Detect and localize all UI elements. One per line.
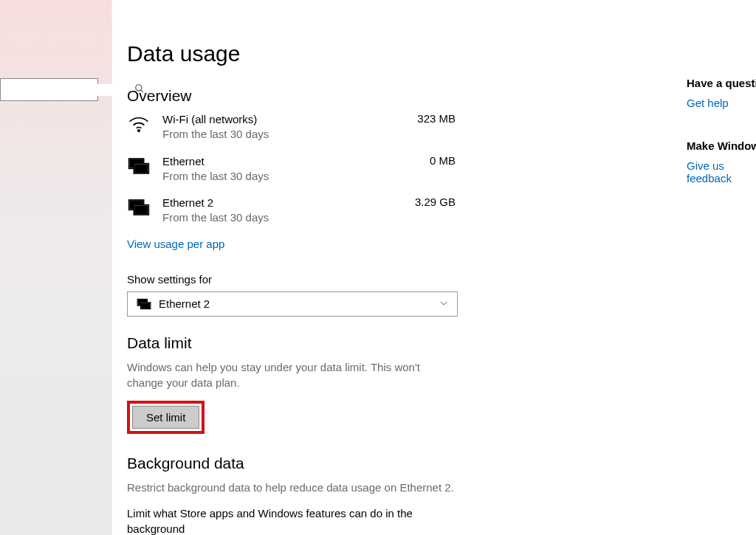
background-data-sublabel: Limit what Store apps and Windows featur… [127,505,422,536]
overview-item-name: Ethernet 2 [162,196,389,210]
dropdown-selected: Ethernet 2 [159,297,210,310]
set-limit-highlight: Set limit [127,401,205,434]
ethernet-icon [127,197,151,218]
overview-item-name: Ethernet [162,154,389,169]
data-limit-heading: Data limit [127,334,644,352]
overview-item-sub: From the last 30 days [162,127,389,142]
data-limit-desc: Windows can help you stay under your dat… [127,359,437,390]
overview-item-sub: From the last 30 days [162,169,389,184]
wifi-icon [127,114,151,134]
overview-item: Wi-Fi (all networks) From the last 30 da… [127,112,456,142]
ethernet-icon [137,298,151,310]
background-data-desc: Restrict background data to help reduce … [127,480,481,495]
get-help-link[interactable]: Get help [687,97,729,109]
background-data-heading: Background data [127,455,644,472]
network-dropdown[interactable]: Ethernet 2 [127,291,458,317]
show-settings-label: Show settings for [127,273,644,286]
search-box[interactable] [0,78,98,101]
give-feedback-link[interactable]: Give us feedback [687,159,756,184]
overview-item: Ethernet 2 From the last 30 days 3.29 GB [127,196,456,226]
view-usage-per-app-link[interactable]: View usage per app [127,238,224,250]
sidebar [0,0,112,535]
svg-point-2 [138,130,140,131]
search-input[interactable] [5,84,134,96]
overview-item-value: 0 MB [389,154,456,167]
set-limit-button[interactable]: Set limit [132,406,199,429]
make-windows-better-heading: Make Windows better [687,139,756,152]
svg-rect-10 [135,206,148,213]
overview-item-value: 323 MB [389,112,456,125]
ethernet-icon [127,156,151,176]
chevron-down-icon [439,297,448,310]
svg-rect-14 [142,303,150,308]
right-column: Have a question? Get help Make Windows b… [687,77,756,185]
main-content: Data usage Overview Wi-Fi (all networks)… [127,0,644,535]
overview-item: Ethernet From the last 30 days 0 MB [127,154,456,184]
overview-heading: Overview [127,87,644,105]
page-title: Data usage [127,41,644,66]
overview-item-value: 3.29 GB [389,196,456,208]
have-a-question-heading: Have a question? [687,77,756,89]
overview-item-sub: From the last 30 days [162,210,389,225]
overview-item-name: Wi-Fi (all networks) [162,112,389,127]
svg-rect-6 [135,165,148,172]
